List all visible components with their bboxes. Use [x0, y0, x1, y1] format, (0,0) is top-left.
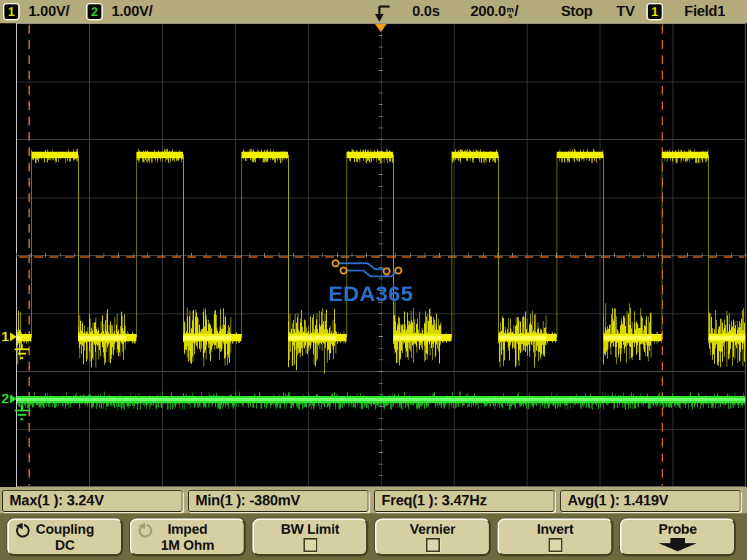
softkey-probe-label: Probe: [622, 521, 734, 537]
softkey-impedance[interactable]: Imped 1M Ohm: [130, 518, 245, 556]
timebase-value: 200.0: [471, 3, 506, 20]
trigger-source-badge: 1: [646, 3, 663, 20]
channel1-badge: 1: [3, 3, 20, 20]
timebase-unit-bottom: s: [508, 12, 512, 18]
vernier-checkbox[interactable]: [426, 538, 440, 552]
softkey-vernier-label: Vernier: [376, 521, 489, 537]
measurement-min: Min(1 ): -380mV: [188, 490, 368, 512]
watermark-text: EDA365: [328, 281, 420, 306]
measurement-bar: Max(1 ): 3.24V Min(1 ): -380mV Freq(1 ):…: [0, 487, 747, 513]
trigger-mode-label: Field1: [684, 3, 725, 20]
acquisition-state: Stop: [561, 3, 592, 20]
softkey-bw-limit-label: BW Limit: [254, 521, 366, 537]
channel1-scale: 1.00V/: [28, 3, 69, 20]
status-bar: 1 1.00V/ 2 1.00V/ 0.0s 200.0 m s / Stop …: [0, 0, 747, 23]
timebase-unit: m s: [507, 7, 514, 18]
timebase-slash: /: [514, 3, 518, 20]
channel2-badge: 2: [86, 3, 103, 20]
channel2-marker-arrow-icon: [9, 393, 18, 405]
knob-icon: [14, 523, 31, 542]
channel1-ground-icon: [12, 344, 31, 365]
delay-readout: 0.0s: [412, 3, 440, 20]
channel1-ground-marker: 1: [1, 330, 18, 343]
invert-checkbox[interactable]: [549, 538, 562, 552]
channel1-marker-arrow-icon: [9, 331, 18, 343]
waveform-display: [0, 23, 747, 487]
oscilloscope-screen: 1 1.00V/ 2 1.00V/ 0.0s 200.0 m s / Stop …: [0, 0, 747, 560]
probe-arrow-down-icon: [622, 538, 734, 551]
softkey-probe[interactable]: Probe: [620, 518, 735, 556]
measurement-max: Max(1 ): 3.24V: [2, 490, 182, 512]
channel2-scale: 1.00V/: [112, 3, 152, 20]
channel2-ground-icon: [12, 405, 31, 426]
channel2-ground-marker: 2: [1, 392, 18, 405]
measurement-freq: Freq(1 ): 3.47Hz: [374, 490, 554, 512]
trigger-type-label: TV: [616, 3, 635, 20]
channel2-marker-label: 2: [1, 392, 9, 405]
softkey-invert-label: Invert: [499, 521, 611, 537]
timebase-readout: 200.0 m s /: [471, 3, 519, 20]
measurement-avg: Avg(1 ): 1.419V: [560, 490, 740, 512]
softkey-menu: Coupling DC Imped 1M Ohm BW Limit Vernie…: [0, 513, 747, 560]
softkey-invert[interactable]: Invert: [498, 518, 613, 556]
pcb-trace-logo-icon: [325, 258, 410, 280]
softkey-bw-limit[interactable]: BW Limit: [252, 518, 368, 556]
softkey-vernier[interactable]: Vernier: [375, 518, 490, 556]
channel1-marker-label: 1: [1, 330, 9, 343]
bw-limit-checkbox[interactable]: [303, 538, 317, 552]
knob-icon-dim: [136, 523, 154, 542]
eda365-watermark: EDA365: [325, 258, 420, 306]
softkey-coupling[interactable]: Coupling DC: [7, 518, 123, 556]
